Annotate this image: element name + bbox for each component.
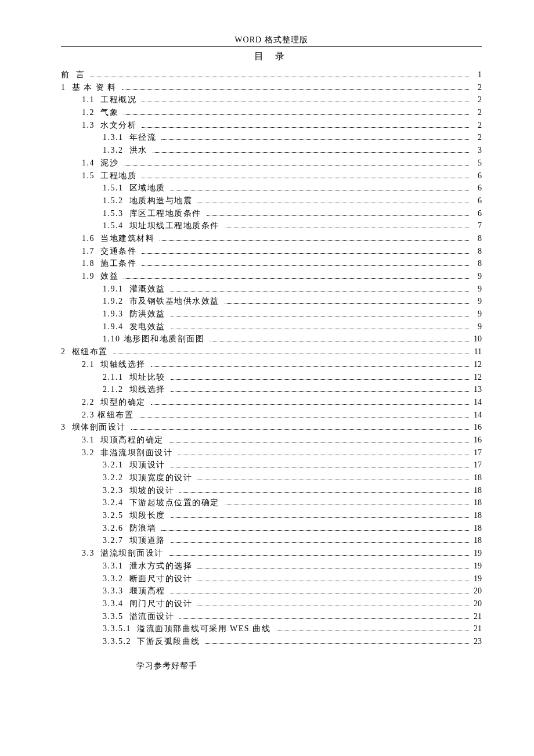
toc-entry: 3.3.2 断面尺寸的设计 19 [61,573,482,585]
toc-entry: 1 基 本 资 料 2 [61,81,482,94]
toc-entry: 3.3.5.1 溢流面顶部曲线可采用 WES 曲线 21 [61,622,482,635]
toc-entry-label: 3.2.3 坝坡的设计 [103,484,177,497]
toc-entry: 3.2.1 坝顶设计 17 [61,459,482,471]
toc-entry: 3.2.5 坝段长度 18 [61,509,482,522]
toc-leader-dots [124,114,469,115]
toc-leader-dots [197,606,469,606]
toc-leader-dots [197,581,469,581]
toc-entry: 2.1.1 坝址比较 12 [61,371,482,384]
toc-entry-label: 1 基 本 资 料 [61,81,120,94]
toc-entry-page: 6 [471,182,482,195]
toc-entry-label: 前 言 [61,69,88,81]
toc-entry: 3.3.4 闸门尺寸的设计 20 [61,597,482,610]
toc-entry-label: 1.5 工程地质 [82,170,139,182]
toc-leader-dots [171,291,470,291]
toc-leader-dots [139,417,469,417]
toc-entry: 1.3.2 洪水 3 [61,144,482,157]
toc-leader-dots [142,127,469,128]
toc-entry: 1.10 地形图和地质剖面图 10 [61,333,482,345]
toc-entry: 3.3 溢流坝剖面设计 19 [61,547,482,560]
toc-entry-label: 3.3 溢流坝剖面设计 [82,547,167,560]
toc-entry-label: 3.2.4 下游起坡点位置的确定 [103,496,222,509]
toc-leader-dots [179,618,469,619]
toc-entry-page: 18 [471,484,482,497]
toc-entry-page: 17 [471,459,482,471]
toc-entry-page: 18 [471,496,482,509]
toc-leader-dots [207,215,470,216]
toc-entry-page: 6 [471,170,482,182]
toc-entry-label: 1.7 交通条件 [82,245,139,258]
toc-entry: 前 言 1 [61,69,482,81]
toc-entry-label: 3.3.4 闸门尺寸的设计 [103,597,195,610]
toc-entry: 1.9.1 灌溉效益 9 [61,283,482,296]
toc-entry-page: 9 [471,270,482,283]
toc-entry: 1.4 泥沙 5 [61,157,482,170]
toc-leader-dots [142,253,469,254]
toc-entry: 1.8 施工条件 8 [61,257,482,270]
toc-entry-page: 16 [471,434,482,447]
toc-leader-dots [179,492,469,493]
toc-entry: 1.6 当地建筑材料 8 [61,232,482,245]
toc-entry-label: 3.3.3 堰顶高程 [103,585,168,597]
toc-entry-label: 1.1 工程概况 [82,93,139,106]
toc-entry: 3.2.6 防浪墙 18 [61,522,482,535]
toc-entry-label: 3.3.2 断面尺寸的设计 [103,573,195,585]
toc-entry-label: 2.2 坝型的确定 [82,396,149,409]
toc-entry-page: 1 [471,69,482,81]
toc-entry-page: 19 [471,573,482,585]
toc-leader-dots [124,165,469,165]
toc-entry: 3.2.3 坝坡的设计 18 [61,484,482,497]
toc-entry-page: 18 [471,509,482,522]
toc-entry-page: 18 [471,471,482,484]
toc-entry-label: 3.3.5.2 下游反弧段曲线 [103,635,203,648]
toc-leader-dots [171,190,470,190]
toc-entry-label: 2.1.2 坝线选择 [103,383,168,396]
toc-entry-label: 1.3.2 洪水 [103,144,150,157]
toc-leader-dots [205,643,470,644]
toc-leader-dots [142,265,469,266]
toc-entry-page: 6 [471,195,482,207]
toc-entry-label: 3.2.2 坝顶宽度的设计 [103,471,195,484]
toc-entry-page: 11 [471,345,482,358]
toc-entry-page: 12 [471,358,482,371]
toc-leader-dots [113,354,470,354]
toc-entry: 1.5.1 区域地质 6 [61,182,482,195]
page-header: WORD 格式整理版 [61,35,482,45]
toc-entry-page: 10 [471,333,482,345]
toc-leader-dots [153,152,470,153]
toc-entry-label: 1.4 泥沙 [82,157,121,170]
toc-entry-page: 23 [471,635,482,648]
toc-entry: 3.2.7 坝顶道路 18 [61,534,482,547]
toc-entry: 1.5 工程地质 6 [61,170,482,182]
toc-entry-page: 19 [471,560,482,573]
toc-leader-dots [161,530,469,531]
toc-entry-label: 1.3.1 年径流 [103,131,159,144]
toc-entry-label: 3.2 非溢流坝剖面设计 [82,447,175,459]
toc-entry: 1.5.4 坝址坝线工程地质条件 7 [61,219,482,232]
toc-entry-page: 17 [471,447,482,459]
toc-entry: 1.5.3 库区工程地质条件 6 [61,207,482,220]
toc-entry-label: 1.3 水文分析 [82,119,139,132]
toc-entry-page: 12 [471,371,482,384]
toc-entry-label: 1.9 效益 [82,270,121,283]
toc-entry: 3.2.2 坝顶宽度的设计 18 [61,471,482,484]
toc-leader-dots [225,228,470,228]
toc-leader-dots [122,89,470,90]
toc-leader-dots [171,379,470,380]
toc-entry-label: 3.3.5.1 溢流面顶部曲线可采用 WES 曲线 [103,622,273,635]
toc-entry-page: 2 [471,93,482,106]
toc-entry-page: 2 [471,106,482,119]
toc-entry: 1.3 水文分析 2 [61,119,482,132]
toc-entry: 1.2 气象 2 [61,106,482,119]
toc-entry: 3.3.5 溢流面设计 21 [61,610,482,623]
toc-leader-dots [276,631,469,631]
toc-entry-label: 3.3.5 溢流面设计 [103,610,177,623]
toc-entry: 1.9.3 防洪效益 9 [61,308,482,321]
toc-entry: 2.3 枢纽布置 14 [61,409,482,422]
toc-entry-label: 3 坝体剖面设计 [61,421,129,434]
toc-entry-page: 2 [471,119,482,132]
toc-entry: 3.3.5.2 下游反弧段曲线 23 [61,635,482,648]
toc-entry: 3.3.1 泄水方式的选择 19 [61,560,482,573]
toc-entry-label: 1.10 地形图和地质剖面图 [103,333,207,345]
toc-leader-dots [171,391,470,392]
